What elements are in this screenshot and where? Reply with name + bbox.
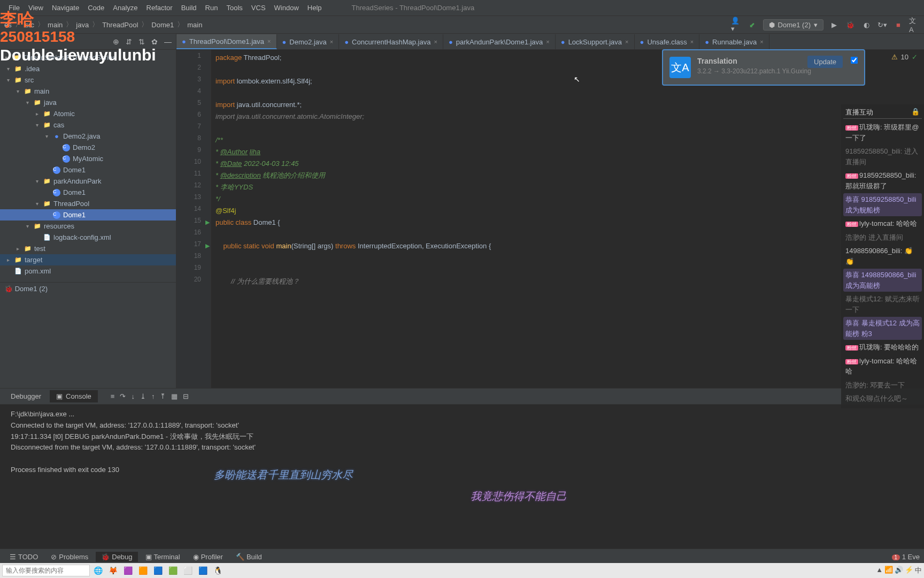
chrome-icon[interactable]: 🌐 — [91, 564, 105, 577]
editor-tab[interactable]: ●Runnable.java× — [699, 34, 769, 49]
debugger-tab[interactable]: Debugger — [4, 390, 48, 402]
tree-item[interactable]: ▸📁Atomic — [0, 108, 176, 119]
trace-icon[interactable]: ⊟ — [183, 392, 189, 400]
bottom-tab-terminal[interactable]: ▣Terminal — [140, 552, 186, 562]
tree-item[interactable]: CDome1 — [0, 164, 176, 176]
menu-build[interactable]: Build — [177, 4, 201, 12]
tree-item[interactable]: ▾📁resources — [0, 220, 176, 232]
user-icon[interactable]: 👤▾ — [731, 19, 742, 30]
editor-tab[interactable]: ●parkAndunPark\Dome1.java× — [443, 34, 556, 49]
editor-tab[interactable]: ●LockSupport.java× — [556, 34, 635, 49]
app-icon-3[interactable]: 🟦 — [151, 564, 165, 577]
bottom-tab-todo[interactable]: ☰TODO — [4, 552, 43, 562]
editor-tab[interactable]: ●ConcurrentHashMap.java× — [339, 34, 443, 49]
tree-item[interactable]: CDemo2 — [0, 142, 176, 153]
tree-item[interactable]: 📄pom.xml — [0, 265, 176, 277]
event-log-indicator[interactable]: 1 1 Eve — [892, 553, 920, 561]
run-config-selector[interactable]: ⬢ Dome1 (2) ▾ — [763, 19, 823, 31]
hide-icon[interactable]: — — [164, 37, 172, 46]
inspection-widget[interactable]: ⚠ 10 ✓ — [891, 53, 918, 61]
select-opened-icon[interactable]: ⊕ — [113, 37, 119, 46]
tree-item[interactable]: ▾📁main — [0, 86, 176, 97]
code-content[interactable]: package ThreadPool; import lombok.extern… — [211, 50, 924, 388]
tree-root[interactable]: ▾📁ThreadSeries F:\ThreadSeries — [0, 52, 176, 63]
breadcrumb-item[interactable]: Dome1 — [151, 21, 174, 29]
build-icon[interactable]: ⬋ — [747, 19, 758, 30]
console-tab[interactable]: ▣Console — [50, 390, 98, 402]
app-icon-1[interactable]: 🟪 — [121, 564, 135, 577]
debug-button[interactable]: 🐞 — [845, 19, 856, 30]
console-output[interactable]: F:\jdk\bin\java.exe ...Connected to the … — [0, 405, 924, 549]
collapse-icon[interactable]: ⇅ — [138, 37, 145, 46]
profile-button[interactable]: ↻▾ — [877, 19, 888, 30]
step-into-icon[interactable]: ↷ — [120, 392, 126, 400]
evaluate-icon[interactable]: ▦ — [171, 392, 178, 400]
editor-tab[interactable]: ●Unsafe.class× — [635, 34, 700, 49]
menu-code[interactable]: Code — [83, 4, 109, 12]
breadcrumb-item[interactable]: src — [25, 21, 34, 29]
menu-analyze[interactable]: Analyze — [109, 4, 142, 12]
app-icon-5[interactable]: ⬜ — [181, 564, 195, 577]
menu-vcs[interactable]: VCS — [247, 4, 270, 12]
lock-icon[interactable]: 🔒 — [911, 108, 920, 117]
translate-button[interactable]: 文A — [909, 19, 920, 30]
project-tree[interactable]: ▾📁ThreadSeries F:\ThreadSeries▾📁.idea▾📁s… — [0, 50, 176, 279]
app-icon-2[interactable]: 🟧 — [136, 564, 150, 577]
tree-item[interactable]: CDome1 — [0, 209, 176, 220]
tree-item[interactable]: ▾📁src — [0, 74, 176, 86]
editor-tab[interactable]: ●ThreadPool\Dome1.java× — [176, 34, 277, 49]
open-tool-tab[interactable]: 🐞 Dome1 (2) — [0, 282, 176, 295]
run-button[interactable]: ▶ — [829, 19, 840, 30]
reader-mode-icon[interactable]: ✓ — [912, 53, 918, 61]
stop-button[interactable]: ■ — [893, 19, 904, 30]
menu-file[interactable]: File — [4, 4, 24, 12]
bottom-tab-problems[interactable]: ⊘Problems — [45, 552, 94, 562]
menu-help[interactable]: Help — [303, 4, 326, 12]
gutter[interactable]: 123456789101112131415▶1617▶181920 — [176, 50, 211, 388]
tree-item[interactable]: CDome1 — [0, 187, 176, 198]
expand-icon[interactable]: ⇵ — [126, 37, 132, 46]
menu-run[interactable]: Run — [201, 4, 222, 12]
code-editor[interactable]: 123456789101112131415▶1617▶181920 packag… — [176, 50, 924, 388]
breadcrumb-item[interactable]: java — [76, 21, 89, 29]
tree-item[interactable]: ▾📁java — [0, 97, 176, 108]
tree-item[interactable]: ▾📁parkAndunPark — [0, 176, 176, 187]
menu-view[interactable]: View — [24, 4, 48, 12]
os-search-input[interactable] — [2, 565, 90, 576]
breadcrumb-item[interactable]: main — [187, 21, 202, 29]
firefox-icon[interactable]: 🦊 — [106, 564, 120, 577]
tree-item[interactable]: ▸📁test — [0, 243, 176, 254]
menu-tools[interactable]: Tools — [222, 4, 247, 12]
tree-item[interactable]: ▸📁target — [0, 254, 176, 265]
menu-refactor[interactable]: Refactor — [142, 4, 177, 12]
step-down-icon[interactable]: ↓ — [131, 392, 135, 400]
run-to-cursor-icon[interactable]: ⤒ — [160, 392, 166, 400]
step-out-icon[interactable]: ↑ — [151, 392, 155, 400]
coverage-button[interactable]: ◐ — [861, 19, 872, 30]
tree-item[interactable]: ▾📁.idea — [0, 63, 176, 74]
breadcrumb-item[interactable]: ThreadPool — [102, 21, 138, 29]
step-over-icon[interactable]: ≡ — [111, 392, 115, 400]
tree-item[interactable]: CMyAtomic — [0, 153, 176, 164]
settings-icon[interactable]: ✿ — [151, 37, 158, 46]
breadcrumbs[interactable]: es〉src〉main〉java〉ThreadPool〉Dome1〉main — [4, 20, 202, 29]
notification-checkbox[interactable] — [851, 57, 858, 64]
tree-item[interactable]: ▾📁ThreadPool — [0, 198, 176, 209]
tree-item[interactable]: 📄logback-config.xml — [0, 232, 176, 243]
menu-window[interactable]: Window — [270, 4, 303, 12]
bottom-tab-profiler[interactable]: ◉Profiler — [188, 552, 228, 562]
menu-navigate[interactable]: Navigate — [48, 4, 83, 12]
breadcrumb-item[interactable]: es — [4, 21, 12, 29]
bottom-tab-build[interactable]: 🔨Build — [230, 552, 267, 562]
force-step-icon[interactable]: ⤓ — [140, 392, 146, 400]
bottom-tab-debug[interactable]: 🐞Debug — [96, 552, 137, 562]
tree-item[interactable]: ▾●Demo2.java — [0, 131, 176, 142]
app-icon-4[interactable]: 🟩 — [166, 564, 180, 577]
linux-icon[interactable]: 🐧 — [211, 564, 225, 577]
app-icon-6[interactable]: 🟦 — [196, 564, 210, 577]
tree-item[interactable]: ▾📁cas — [0, 119, 176, 131]
editor-tab[interactable]: ●Demo2.java× — [277, 34, 340, 49]
breadcrumb-item[interactable]: main — [48, 21, 63, 29]
update-button[interactable]: Update — [807, 56, 843, 68]
system-tray[interactable]: ▲📶🔊⚡中 — [876, 566, 922, 575]
